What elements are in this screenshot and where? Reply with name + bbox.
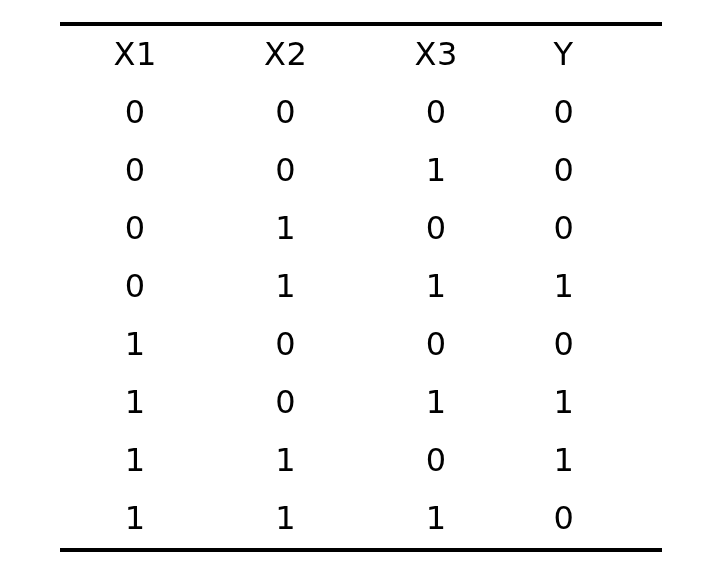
col-header-x3: X3 (361, 24, 512, 84)
table-row: 1 1 1 0 (60, 490, 662, 550)
cell: 0 (512, 84, 663, 142)
cell: 1 (211, 258, 362, 316)
truth-table: X1 X2 X3 Y 0 0 0 0 0 0 1 0 0 1 0 (60, 22, 662, 552)
table-row: 1 0 0 0 (60, 316, 662, 374)
cell: 0 (60, 258, 211, 316)
cell: 0 (60, 200, 211, 258)
page: X1 X2 X3 Y 0 0 0 0 0 0 1 0 0 1 0 (0, 0, 722, 578)
cell: 1 (60, 490, 211, 550)
cell: 0 (211, 84, 362, 142)
table-row: 0 1 0 0 (60, 200, 662, 258)
cell: 1 (361, 490, 512, 550)
table-row: 1 1 0 1 (60, 432, 662, 490)
cell: 0 (512, 200, 663, 258)
cell: 1 (211, 200, 362, 258)
cell: 1 (361, 374, 512, 432)
col-header-x2: X2 (211, 24, 362, 84)
cell: 0 (512, 142, 663, 200)
cell: 1 (60, 432, 211, 490)
cell: 1 (60, 316, 211, 374)
table-row: 1 0 1 1 (60, 374, 662, 432)
col-header-x1: X1 (60, 24, 211, 84)
cell: 1 (512, 432, 663, 490)
col-header-y: Y (512, 24, 663, 84)
cell: 0 (361, 432, 512, 490)
cell: 0 (361, 316, 512, 374)
cell: 1 (211, 490, 362, 550)
cell: 0 (512, 316, 663, 374)
cell: 1 (211, 432, 362, 490)
cell: 0 (60, 142, 211, 200)
cell: 0 (361, 200, 512, 258)
table-row: 0 1 1 1 (60, 258, 662, 316)
cell: 0 (60, 84, 211, 142)
cell: 1 (361, 258, 512, 316)
table-header-row: X1 X2 X3 Y (60, 24, 662, 84)
table-row: 0 0 1 0 (60, 142, 662, 200)
cell: 0 (211, 142, 362, 200)
cell: 1 (361, 142, 512, 200)
cell: 0 (512, 490, 663, 550)
cell: 0 (211, 374, 362, 432)
table-row: 0 0 0 0 (60, 84, 662, 142)
cell: 1 (60, 374, 211, 432)
cell: 1 (512, 374, 663, 432)
cell: 0 (211, 316, 362, 374)
cell: 1 (512, 258, 663, 316)
cell: 0 (361, 84, 512, 142)
